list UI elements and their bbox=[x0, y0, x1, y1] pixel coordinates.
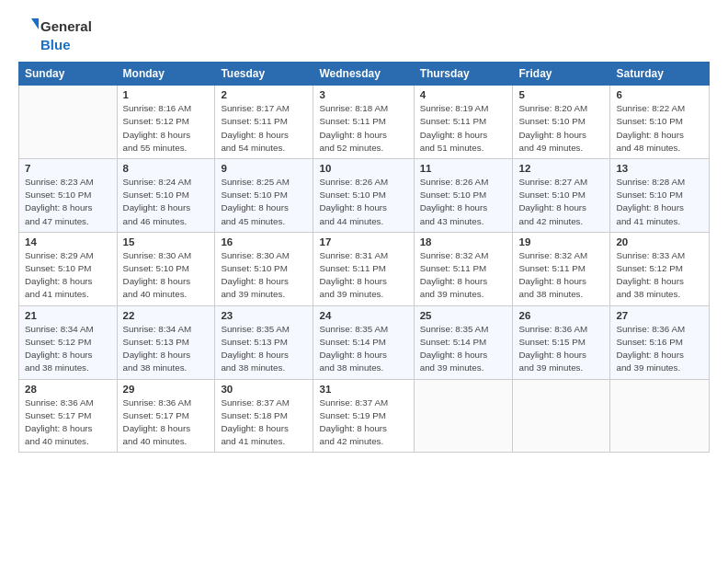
calendar-cell: 16Sunrise: 8:30 AMSunset: 5:10 PMDayligh… bbox=[215, 232, 313, 305]
day-number: 16 bbox=[221, 236, 307, 247]
day-number: 2 bbox=[221, 89, 307, 100]
day-detail: Sunrise: 8:20 AMSunset: 5:10 PMDaylight:… bbox=[518, 102, 604, 155]
calendar-cell: 2Sunrise: 8:17 AMSunset: 5:11 PMDaylight… bbox=[215, 86, 313, 159]
calendar-cell: 22Sunrise: 8:34 AMSunset: 5:13 PMDayligh… bbox=[117, 305, 215, 379]
day-detail: Sunrise: 8:36 AMSunset: 5:17 PMDaylight:… bbox=[25, 396, 111, 449]
calendar-cell: 7Sunrise: 8:23 AMSunset: 5:10 PMDaylight… bbox=[19, 159, 118, 233]
day-number: 29 bbox=[123, 384, 210, 395]
calendar-cell: 10Sunrise: 8:26 AMSunset: 5:10 PMDayligh… bbox=[313, 159, 414, 233]
day-number: 27 bbox=[616, 310, 703, 321]
calendar-cell: 19Sunrise: 8:32 AMSunset: 5:11 PMDayligh… bbox=[513, 232, 610, 305]
day-detail: Sunrise: 8:36 AMSunset: 5:17 PMDaylight:… bbox=[123, 396, 210, 449]
svg-marker-0 bbox=[31, 18, 39, 29]
calendar-cell: 30Sunrise: 8:37 AMSunset: 5:18 PMDayligh… bbox=[215, 379, 313, 453]
day-detail: Sunrise: 8:34 AMSunset: 5:13 PMDaylight:… bbox=[123, 323, 210, 375]
day-number: 11 bbox=[420, 163, 507, 174]
day-number: 5 bbox=[518, 89, 604, 100]
day-number: 17 bbox=[319, 236, 407, 247]
day-number: 1 bbox=[123, 89, 210, 100]
day-detail: Sunrise: 8:33 AMSunset: 5:12 PMDaylight:… bbox=[616, 249, 703, 302]
calendar-cell: 18Sunrise: 8:32 AMSunset: 5:11 PMDayligh… bbox=[414, 232, 513, 305]
day-number: 22 bbox=[123, 310, 210, 321]
calendar-cell: 5Sunrise: 8:20 AMSunset: 5:10 PMDaylight… bbox=[513, 86, 610, 159]
calendar-cell: 13Sunrise: 8:28 AMSunset: 5:10 PMDayligh… bbox=[610, 159, 710, 233]
day-detail: Sunrise: 8:27 AMSunset: 5:10 PMDaylight:… bbox=[518, 176, 604, 228]
day-detail: Sunrise: 8:37 AMSunset: 5:18 PMDaylight:… bbox=[221, 396, 307, 449]
day-detail: Sunrise: 8:23 AMSunset: 5:10 PMDaylight:… bbox=[25, 176, 111, 228]
calendar-cell: 26Sunrise: 8:36 AMSunset: 5:15 PMDayligh… bbox=[513, 305, 610, 379]
calendar-cell: 24Sunrise: 8:35 AMSunset: 5:14 PMDayligh… bbox=[313, 305, 414, 379]
col-header-tuesday: Tuesday bbox=[215, 63, 313, 86]
day-detail: Sunrise: 8:35 AMSunset: 5:14 PMDaylight:… bbox=[319, 323, 407, 375]
day-number: 9 bbox=[221, 163, 307, 174]
day-detail: Sunrise: 8:36 AMSunset: 5:15 PMDaylight:… bbox=[518, 323, 604, 375]
day-detail: Sunrise: 8:22 AMSunset: 5:10 PMDaylight:… bbox=[616, 102, 703, 155]
day-number: 30 bbox=[221, 384, 307, 395]
day-number: 23 bbox=[221, 310, 307, 321]
day-number: 12 bbox=[518, 163, 604, 174]
calendar-cell: 9Sunrise: 8:25 AMSunset: 5:10 PMDaylight… bbox=[215, 159, 313, 233]
day-number: 20 bbox=[616, 236, 703, 247]
day-number: 24 bbox=[319, 310, 407, 321]
day-number: 4 bbox=[420, 89, 507, 100]
day-detail: Sunrise: 8:31 AMSunset: 5:11 PMDaylight:… bbox=[319, 249, 407, 302]
calendar-cell: 4Sunrise: 8:19 AMSunset: 5:11 PMDaylight… bbox=[414, 86, 513, 159]
col-header-friday: Friday bbox=[513, 63, 610, 86]
day-detail: Sunrise: 8:29 AMSunset: 5:10 PMDaylight:… bbox=[25, 249, 111, 302]
day-number: 25 bbox=[420, 310, 507, 321]
calendar-cell: 11Sunrise: 8:26 AMSunset: 5:10 PMDayligh… bbox=[414, 159, 513, 233]
calendar-cell: 29Sunrise: 8:36 AMSunset: 5:17 PMDayligh… bbox=[117, 379, 215, 453]
calendar-cell bbox=[414, 379, 513, 453]
calendar-cell: 3Sunrise: 8:18 AMSunset: 5:11 PMDaylight… bbox=[313, 86, 414, 159]
day-detail: Sunrise: 8:34 AMSunset: 5:12 PMDaylight:… bbox=[25, 323, 111, 375]
calendar-cell bbox=[610, 379, 710, 453]
day-number: 18 bbox=[420, 236, 507, 247]
day-detail: Sunrise: 8:30 AMSunset: 5:10 PMDaylight:… bbox=[123, 249, 210, 302]
calendar-cell: 27Sunrise: 8:36 AMSunset: 5:16 PMDayligh… bbox=[610, 305, 710, 379]
page-header: General Blue bbox=[18, 17, 710, 52]
col-header-saturday: Saturday bbox=[610, 63, 710, 86]
day-detail: Sunrise: 8:18 AMSunset: 5:11 PMDaylight:… bbox=[319, 102, 407, 155]
day-detail: Sunrise: 8:25 AMSunset: 5:10 PMDaylight:… bbox=[221, 176, 307, 228]
logo: General Blue bbox=[18, 17, 92, 52]
day-number: 3 bbox=[319, 89, 407, 100]
calendar-cell: 21Sunrise: 8:34 AMSunset: 5:12 PMDayligh… bbox=[19, 305, 118, 379]
day-number: 15 bbox=[123, 236, 210, 247]
calendar-cell: 28Sunrise: 8:36 AMSunset: 5:17 PMDayligh… bbox=[19, 379, 118, 453]
calendar-cell: 17Sunrise: 8:31 AMSunset: 5:11 PMDayligh… bbox=[313, 232, 414, 305]
col-header-sunday: Sunday bbox=[19, 63, 118, 86]
day-detail: Sunrise: 8:26 AMSunset: 5:10 PMDaylight:… bbox=[319, 176, 407, 228]
day-detail: Sunrise: 8:37 AMSunset: 5:19 PMDaylight:… bbox=[319, 396, 407, 449]
calendar-cell: 20Sunrise: 8:33 AMSunset: 5:12 PMDayligh… bbox=[610, 232, 710, 305]
day-number: 6 bbox=[616, 89, 703, 100]
day-detail: Sunrise: 8:36 AMSunset: 5:16 PMDaylight:… bbox=[616, 323, 703, 375]
day-number: 28 bbox=[25, 384, 111, 395]
calendar-cell: 1Sunrise: 8:16 AMSunset: 5:12 PMDaylight… bbox=[117, 86, 215, 159]
calendar-cell: 23Sunrise: 8:35 AMSunset: 5:13 PMDayligh… bbox=[215, 305, 313, 379]
calendar-cell: 25Sunrise: 8:35 AMSunset: 5:14 PMDayligh… bbox=[414, 305, 513, 379]
day-number: 14 bbox=[25, 236, 111, 247]
calendar-cell: 31Sunrise: 8:37 AMSunset: 5:19 PMDayligh… bbox=[313, 379, 414, 453]
calendar-cell: 14Sunrise: 8:29 AMSunset: 5:10 PMDayligh… bbox=[19, 232, 118, 305]
day-detail: Sunrise: 8:26 AMSunset: 5:10 PMDaylight:… bbox=[420, 176, 507, 228]
day-detail: Sunrise: 8:30 AMSunset: 5:10 PMDaylight:… bbox=[221, 249, 307, 302]
day-detail: Sunrise: 8:19 AMSunset: 5:11 PMDaylight:… bbox=[420, 102, 507, 155]
day-detail: Sunrise: 8:24 AMSunset: 5:10 PMDaylight:… bbox=[123, 176, 210, 228]
day-number: 10 bbox=[319, 163, 407, 174]
day-number: 21 bbox=[25, 310, 111, 321]
day-number: 8 bbox=[123, 163, 210, 174]
day-number: 13 bbox=[616, 163, 703, 174]
calendar-cell: 12Sunrise: 8:27 AMSunset: 5:10 PMDayligh… bbox=[513, 159, 610, 233]
day-number: 26 bbox=[518, 310, 604, 321]
day-detail: Sunrise: 8:17 AMSunset: 5:11 PMDaylight:… bbox=[221, 102, 307, 155]
calendar-cell: 15Sunrise: 8:30 AMSunset: 5:10 PMDayligh… bbox=[117, 232, 215, 305]
col-header-wednesday: Wednesday bbox=[313, 63, 414, 86]
day-number: 31 bbox=[319, 384, 407, 395]
calendar-cell bbox=[513, 379, 610, 453]
day-detail: Sunrise: 8:32 AMSunset: 5:11 PMDaylight:… bbox=[420, 249, 507, 302]
col-header-thursday: Thursday bbox=[414, 63, 513, 86]
col-header-monday: Monday bbox=[117, 63, 215, 86]
day-detail: Sunrise: 8:32 AMSunset: 5:11 PMDaylight:… bbox=[518, 249, 604, 302]
day-detail: Sunrise: 8:16 AMSunset: 5:12 PMDaylight:… bbox=[123, 102, 210, 155]
calendar-cell: 6Sunrise: 8:22 AMSunset: 5:10 PMDaylight… bbox=[610, 86, 710, 159]
